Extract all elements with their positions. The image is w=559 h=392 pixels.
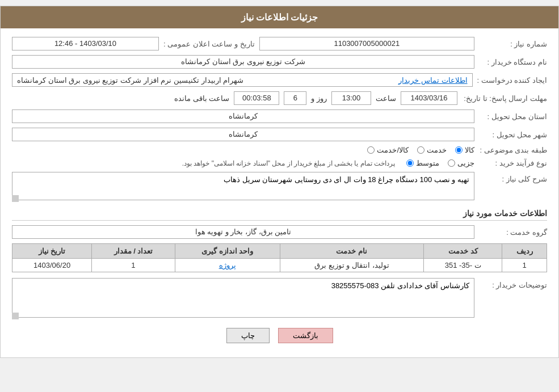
mohlat-label: مهلت ارسال پاسخ: تا تاریخ:	[462, 94, 547, 103]
tabaqe-label: طبقه بندی موضوعی :	[479, 146, 547, 154]
farband-motevaset-label: متوسط	[416, 159, 439, 167]
tarikh-aalan-label: تاریخ و ساعت اعلان عمومی :	[163, 40, 255, 48]
shahr-tahvil-value: کرمانشاه	[12, 128, 474, 141]
farband-jozi-radio[interactable]	[448, 159, 455, 167]
row-ostan: استان محل تحویل : کرمانشاه	[12, 109, 547, 123]
farband-note: پرداخت تمام یا بخشی از مبلغ خریدار از مح…	[182, 159, 395, 167]
name-dastgah-value: شرکت توزیع نیروی برق استان کرمانشاه	[12, 55, 474, 69]
tosifat-resize-handle	[12, 313, 19, 319]
sharh-textarea[interactable]	[12, 172, 474, 200]
shahr-tahvil-label: شهر محل تحویل :	[479, 130, 547, 139]
baghimande-label: ساعت باقی مانده	[174, 94, 229, 103]
row-sharh: شرح کلی نیاز :	[12, 172, 547, 202]
tabaqe-khedmat-radio[interactable]	[417, 146, 424, 154]
print-button[interactable]: چاپ	[226, 328, 270, 343]
content-area: شماره نیاز : 1103007005000021 تاریخ و سا…	[1, 28, 558, 357]
tosifat-textarea[interactable]	[12, 278, 474, 318]
page-wrapper: جزئیات اطلاعات نیاز شماره نیاز : 1103007…	[0, 6, 559, 358]
farband-motevaset-radio[interactable]	[406, 159, 414, 167]
tarikh-aalan-value: 1403/03/10 - 12:46	[12, 37, 159, 50]
row-ijad-konande: ایجاد کننده درخواست : اطلاعات تماس خریدا…	[12, 73, 547, 87]
tabaqe-khedmat: خدمت	[417, 146, 447, 154]
farband-jozi: جزیی	[448, 159, 474, 167]
col-tarikh: تاریخ نیاز	[12, 244, 92, 259]
saat-value: 13:00	[331, 91, 371, 105]
ijad-konande-label: ایجاد کننده درخواست :	[477, 76, 547, 85]
page-title: جزئیات اطلاعات نیاز	[241, 12, 318, 22]
tabaqe-khedmat-label: خدمت	[427, 146, 447, 154]
tarikh-value: 1403/03/16	[401, 91, 457, 105]
table-header-row: ردیف کد خدمت نام خدمت واحد اندازه گیری ت…	[12, 244, 547, 259]
sharh-label: شرح کلی نیاز :	[479, 172, 547, 183]
table-body: 1ت -35- 351تولید، انتقال و توزیع برقپروژ…	[12, 259, 547, 272]
row-shahr: شهر محل تحویل : کرمانشاه	[12, 128, 547, 141]
goroh-khedmat-value: تامین برق، گاز، بخار و تهویه هوا	[12, 225, 474, 239]
row-tosifat: توضیحات خریدار :	[12, 278, 547, 319]
sharh-wrapper	[12, 172, 474, 202]
col-kod: کد خدمت	[424, 244, 502, 259]
ijad-konande-link[interactable]: اطلاعات تماس خریدار	[398, 76, 467, 85]
tabaqe-radio-group: کالا/خدمت خدمت کالا	[367, 146, 474, 154]
services-table: ردیف کد خدمت نام خدمت واحد اندازه گیری ت…	[12, 243, 547, 272]
col-radif: ردیف	[502, 244, 547, 259]
row-tabaqe: طبقه بندی موضوعی : کالا/خدمت خدمت کالا	[12, 146, 547, 154]
saat-label: ساعت	[376, 94, 396, 103]
tosifat-label: توضیحات خریدار :	[479, 278, 547, 289]
tabaqe-kala-khedmat: کالا/خدمت	[367, 146, 409, 154]
ostan-tahvil-value: کرمانشاه	[12, 109, 474, 123]
shomare-niaz-label: شماره نیاز :	[479, 40, 547, 48]
baghimande-value: 00:03:58	[234, 91, 279, 105]
row-mohlat: مهلت ارسال پاسخ: تا تاریخ: 1403/03/16 سا…	[12, 91, 547, 105]
khadamat-section-title: اطلاعات خدمات مورد نیاز	[12, 209, 547, 221]
page-header: جزئیات اطلاعات نیاز	[1, 6, 558, 28]
ostan-tahvil-label: استان محل تحویل :	[479, 112, 547, 121]
back-button[interactable]: بازگشت	[278, 328, 333, 343]
goroh-khedmat-label: گروه خدمت :	[479, 228, 547, 237]
roz-value: 6	[284, 91, 306, 105]
row-goroh: گروه خدمت : تامین برق، گاز، بخار و تهویه…	[12, 225, 547, 239]
col-nam: نام خدمت	[280, 244, 423, 259]
farband-motevaset: متوسط	[406, 159, 439, 167]
farband-jozi-label: جزیی	[457, 159, 474, 167]
tabaqe-kala-khedmat-radio[interactable]	[367, 146, 375, 154]
shomare-niaz-value: 1103007005000021	[259, 37, 474, 50]
row-shomare-tarikh: شماره نیاز : 1103007005000021 تاریخ و سا…	[12, 37, 547, 50]
ijad-konande-value: اطلاعات تماس خریدار شهرام اربیدار تکنیسی…	[12, 73, 473, 87]
row-farband: نوع فرآیند خرید : متوسط جزیی پرداخت تمام…	[12, 159, 547, 167]
button-row: بازگشت چاپ	[12, 328, 547, 343]
col-vahed: واحد اندازه گیری	[175, 244, 280, 259]
table-row: 1ت -35- 351تولید، انتقال و توزیع برقپروژ…	[12, 259, 547, 272]
sharh-resize-handle	[12, 195, 19, 202]
tabaqe-kala-radio[interactable]	[455, 146, 463, 154]
farband-label: نوع فرآیند خرید :	[479, 159, 547, 167]
ijad-konande-text: شهرام اربیدار تکنیسین نرم افزار شرکت توز…	[17, 76, 243, 85]
tabaqe-kala: کالا	[455, 146, 474, 154]
row-name-dastgah: نام دستگاه خریدار : شرکت توزیع نیروی برق…	[12, 55, 547, 69]
name-dastgah-label: نام دستگاه خریدار :	[479, 58, 547, 66]
roz-label: روز و	[311, 94, 327, 103]
col-tedad: تعداد / مقدار	[92, 244, 175, 259]
farband-area: متوسط جزیی پرداخت تمام یا بخشی از مبلغ خ…	[12, 159, 474, 167]
tabaqe-kala-label: کالا	[465, 146, 474, 154]
tabaqe-kala-khedmat-label: کالا/خدمت	[377, 146, 409, 154]
tosifat-wrapper	[12, 278, 474, 319]
farband-radio-group: متوسط جزیی	[406, 159, 474, 167]
